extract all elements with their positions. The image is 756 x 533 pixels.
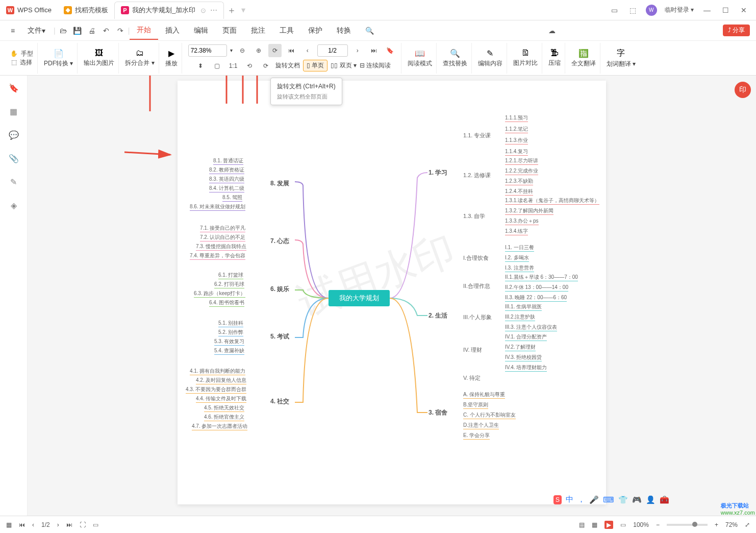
leaf: III.2.注意护肤 xyxy=(505,313,535,321)
tab-doc[interactable]: P 我的大学规划_加水印 ⊙ ⋯ xyxy=(114,2,224,19)
zoom-out-button[interactable]: ⊖ xyxy=(236,44,249,57)
export-image-button[interactable]: 🖼输出为图片 xyxy=(80,43,119,74)
tab-convert[interactable]: 转换 xyxy=(330,21,358,40)
rotate-right-icon[interactable]: ⟳ xyxy=(259,59,272,72)
tab-annotate[interactable]: 批注 xyxy=(244,21,272,40)
save-icon[interactable]: 💾 xyxy=(71,24,84,37)
select-icon[interactable]: ⬚ xyxy=(11,59,17,66)
word-translate-button[interactable]: 字划词翻译 ▾ xyxy=(602,43,640,74)
first-page-button[interactable]: ⏮ xyxy=(285,44,298,57)
single-page-button[interactable]: ▯ 单页 xyxy=(303,60,327,71)
ime-btn[interactable]: 🎤 xyxy=(589,495,599,504)
compress-button[interactable]: 🗜压缩 xyxy=(544,43,565,74)
tab-options-icon[interactable]: ⊙ xyxy=(200,7,206,14)
rotate-doc-button[interactable]: 旋转文档 xyxy=(275,61,300,70)
bookmark-icon[interactable]: 🔖 xyxy=(384,44,397,57)
actual-size-icon[interactable]: 1:1 xyxy=(226,59,240,72)
menu-icon[interactable]: ≡ xyxy=(6,24,19,37)
ime-btn[interactable]: 👕 xyxy=(618,495,628,504)
edit-content-button[interactable]: ✎编辑内容 xyxy=(474,43,507,74)
zoom-out-icon[interactable]: − xyxy=(656,521,660,528)
print-icon[interactable]: 🖨 xyxy=(85,24,98,37)
zoom-select[interactable] xyxy=(188,44,227,57)
stamp-badge[interactable]: 印 xyxy=(735,82,751,98)
hand-icon[interactable]: ✋ xyxy=(10,50,18,57)
tab-templates[interactable]: ◆ 找稻壳模板 xyxy=(58,2,114,19)
close-window-button[interactable]: ✕ xyxy=(735,3,753,18)
titlebar: W WPS Office ◆ 找稻壳模板 P 我的大学规划_加水印 ⊙ ⋯ ＋ … xyxy=(0,0,756,20)
play-button[interactable]: ▶播放 xyxy=(161,43,182,74)
ime-toolbar[interactable]: S 中， 🎤 ⌨ 👕 🎮 👤 🧰 xyxy=(553,495,669,504)
zoom-slider[interactable] xyxy=(667,524,708,526)
full-translate-button[interactable]: 🈯全文翻译 xyxy=(567,43,600,74)
cube-icon[interactable]: ⬚ xyxy=(624,3,642,18)
tab-start[interactable]: 开始 xyxy=(130,21,158,40)
next-icon[interactable]: › xyxy=(57,521,59,528)
tab-tools[interactable]: 工具 xyxy=(272,21,301,40)
view3-icon[interactable]: ▭ xyxy=(620,521,626,528)
leaf: 8.6. 对未来就业做好规划 xyxy=(190,203,245,211)
continuous-read-button[interactable]: ⊟ 连续阅读 xyxy=(360,61,391,70)
split-merge-button[interactable]: 🗂拆分合并 ▾ xyxy=(121,43,159,74)
zoom-in-button[interactable]: ⊕ xyxy=(252,44,265,57)
zoom-in-icon[interactable]: + xyxy=(715,521,718,528)
read-mode-button[interactable]: 📖阅读模式 xyxy=(404,43,437,74)
mindmap: 我的大学规划 1. 学习 1.1. 专业课 1.2. 选修课 1.3. 自学 1… xyxy=(178,81,606,504)
file-menu[interactable]: 文件 ▾ xyxy=(20,21,53,40)
last-icon[interactable]: ⏭ xyxy=(66,521,72,528)
fit-width-icon[interactable]: ⬍ xyxy=(194,59,207,72)
page-input[interactable] xyxy=(317,44,348,57)
tab-edit[interactable]: 编辑 xyxy=(187,21,215,40)
thumbnails-icon[interactable]: ▦ xyxy=(6,521,12,528)
sign-panel-icon[interactable]: ✎ xyxy=(8,176,20,188)
prev-page-button[interactable]: ‹ xyxy=(301,44,314,57)
search-icon[interactable]: 🔍 xyxy=(358,21,381,40)
dual-page-button[interactable]: ▯▯ 双页 ▾ xyxy=(331,61,357,70)
ime-btn[interactable]: 🎮 xyxy=(632,495,642,504)
fit-icon[interactable]: ⛶ xyxy=(80,521,86,528)
layers-panel-icon[interactable]: ◈ xyxy=(8,199,20,211)
close-icon[interactable]: ⋯ xyxy=(210,6,217,14)
attachment-panel-icon[interactable]: 📎 xyxy=(8,152,20,164)
open-icon[interactable]: 🗁 xyxy=(57,24,70,37)
layout-icon[interactable]: ▭ xyxy=(93,521,98,528)
cloud-icon[interactable]: ☁ xyxy=(545,24,559,37)
avatar[interactable]: W xyxy=(642,3,661,18)
apps-icon[interactable]: ▭ xyxy=(606,3,624,18)
add-tab-button[interactable]: ＋ xyxy=(224,4,239,16)
ime-btn[interactable]: ⌨ xyxy=(603,495,614,504)
tab-dropdown-icon[interactable]: ▾ xyxy=(241,5,245,15)
view1-icon[interactable]: ▤ xyxy=(579,521,585,528)
bookmark-panel-icon[interactable]: 🔖 xyxy=(8,82,20,94)
minimize-button[interactable]: — xyxy=(698,3,716,18)
undo-icon[interactable]: ↶ xyxy=(99,24,113,37)
first-icon[interactable]: ⏮ xyxy=(19,521,25,528)
last-page-button[interactable]: ⏭ xyxy=(367,44,381,57)
play-icon[interactable]: ▶ xyxy=(604,521,613,529)
rotate-button[interactable]: ⟳ xyxy=(268,44,282,57)
view2-icon[interactable]: ▦ xyxy=(592,521,597,528)
rotate-left-icon[interactable]: ⟲ xyxy=(243,59,256,72)
next-page-button[interactable]: › xyxy=(351,44,364,57)
leaf: D.注意个人卫生 xyxy=(463,422,499,429)
share-button[interactable]: ⤴ 分享 xyxy=(723,25,750,36)
thumbnail-panel-icon[interactable]: ▦ xyxy=(8,105,20,117)
expand-icon[interactable]: ⤢ xyxy=(745,521,750,528)
image-compare-button[interactable]: 🖻图片对比 xyxy=(509,43,542,74)
tab-page[interactable]: 页面 xyxy=(215,21,244,40)
maximize-button[interactable]: ☐ xyxy=(716,3,735,18)
ime-btn[interactable]: 👤 xyxy=(646,495,656,504)
prev-icon[interactable]: ‹ xyxy=(32,521,34,528)
comment-panel-icon[interactable]: 💬 xyxy=(8,129,20,141)
fit-page-icon[interactable]: ▢ xyxy=(210,59,223,72)
ime-btn[interactable]: 中 xyxy=(566,495,573,504)
page-indicator[interactable]: 1/2 xyxy=(41,521,50,528)
tab-insert[interactable]: 插入 xyxy=(158,21,187,40)
ime-btn[interactable]: 🧰 xyxy=(660,495,669,504)
redo-icon[interactable]: ↷ xyxy=(114,24,127,37)
tab-app[interactable]: W WPS Office xyxy=(0,2,58,19)
pdf-convert-button[interactable]: 📄PDF转换 ▾ xyxy=(40,43,78,74)
find-replace-button[interactable]: 🔍查找替换 xyxy=(439,43,472,74)
tab-protect[interactable]: 保护 xyxy=(301,21,330,40)
login-label[interactable]: 临时登录 ▾ xyxy=(661,6,698,14)
